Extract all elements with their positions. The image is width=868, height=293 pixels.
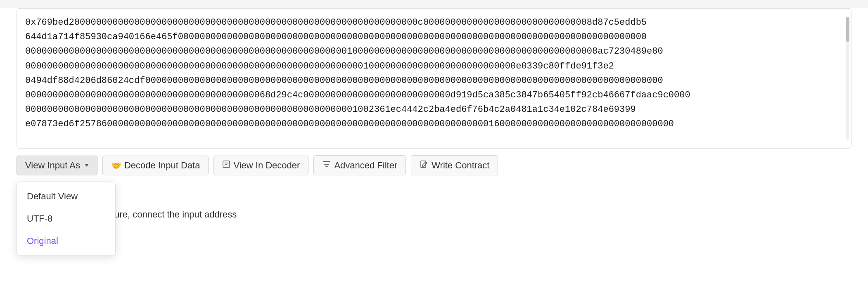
filter-icon xyxy=(322,160,331,171)
write-contract-button[interactable]: Write Contract xyxy=(411,155,498,175)
hex-display: 0x769bed20000000000000000000000000000000… xyxy=(17,8,851,149)
hex-line-1: 0x769bed20000000000000000000000000000000… xyxy=(25,15,843,30)
hex-line-7: 0000000000000000000000000000000000000000… xyxy=(25,102,843,117)
advanced-filter-button[interactable]: Advanced Filter xyxy=(313,155,406,175)
dropdown-item-default[interactable]: Default View xyxy=(17,185,115,208)
hex-line-2: 644d1a714f85930ca940166e465f000000000000… xyxy=(25,30,843,44)
dropdown-item-utf8[interactable]: UTF-8 xyxy=(17,208,115,230)
toolbar: View Input As 🤝 Decode Input Data View I… xyxy=(0,149,868,182)
chevron-down-icon xyxy=(85,164,89,167)
view-in-decoder-button[interactable]: View In Decoder xyxy=(213,156,308,175)
advanced-filter-label: Advanced Filter xyxy=(334,160,397,171)
decode-input-data-label: Decode Input Data xyxy=(124,160,200,171)
scrollbar-thumb[interactable] xyxy=(846,17,849,42)
decoder-icon xyxy=(222,160,230,170)
content-link-partial[interactable]: ess xyxy=(0,182,868,201)
decode-icon: 🤝 xyxy=(111,161,121,170)
hex-line-5: 0494df88d4206d86024cdf000000000000000000… xyxy=(25,73,843,88)
dropdown-item-original[interactable]: Original xyxy=(17,230,115,252)
decode-input-data-button[interactable]: 🤝 Decode Input Data xyxy=(102,156,209,175)
scrollbar[interactable] xyxy=(846,17,849,140)
write-icon xyxy=(420,160,429,171)
hex-line-4: 0000000000000000000000000000000000000000… xyxy=(25,59,843,73)
main-container: 0x769bed20000000000000000000000000000000… xyxy=(0,8,868,293)
hex-line-3: 0000000000000000000000000000000000000000… xyxy=(25,44,843,59)
view-in-decoder-label: View In Decoder xyxy=(233,160,300,171)
view-input-as-label: View Input As xyxy=(25,160,80,171)
hex-line-8: e07873ed6f257860000000000000000000000000… xyxy=(25,117,843,131)
hex-line-6: 0000000000000000000000000000000000000000… xyxy=(25,88,843,102)
view-input-dropdown: Default View UTF-8 Original xyxy=(17,182,116,256)
write-contract-label: Write Contract xyxy=(432,160,489,171)
bottom-description: To see the Data Not feature, connect the… xyxy=(0,201,868,220)
svg-rect-0 xyxy=(223,161,230,168)
view-input-as-button[interactable]: View Input As xyxy=(17,156,97,175)
